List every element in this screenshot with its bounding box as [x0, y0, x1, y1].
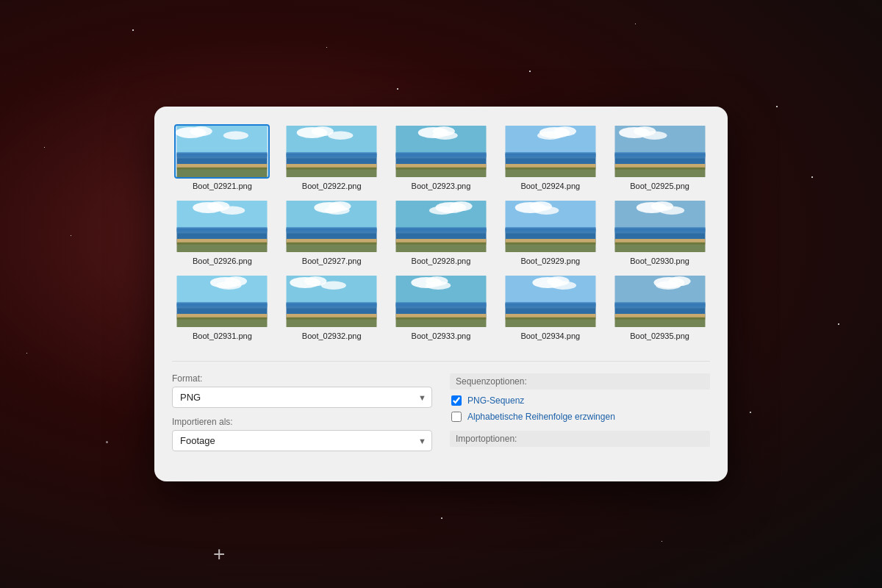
alphabetisch-label[interactable]: Alphabetische Reihenfolge erzwingen [467, 412, 615, 422]
svg-point-13 [328, 132, 353, 140]
svg-rect-128 [395, 318, 486, 327]
svg-rect-75 [395, 227, 486, 232]
thumbnail-item[interactable]: Boot_02929.png [500, 199, 600, 265]
svg-point-23 [433, 132, 458, 140]
svg-rect-5 [177, 152, 268, 157]
svg-rect-105 [177, 302, 268, 306]
thumbnail-item[interactable]: Boot_02930.png [609, 199, 710, 265]
svg-point-133 [551, 282, 576, 290]
svg-rect-107 [177, 306, 268, 309]
svg-point-83 [534, 207, 559, 215]
svg-rect-78 [395, 243, 486, 252]
png-sequenz-label[interactable]: PNG-Sequenz [467, 395, 524, 406]
thumbnail-item[interactable]: Boot_02934.png [500, 274, 600, 340]
importieren-group: Importieren als: Footage ▼ [172, 417, 432, 451]
plus-icon: + [213, 542, 225, 566]
thumbnail-item[interactable]: Boot_02931.png [172, 274, 273, 340]
importieren-select[interactable]: Footage [172, 430, 432, 451]
thumbnail-label: Boot_02934.png [520, 331, 580, 340]
png-sequenz-checkbox[interactable] [451, 395, 462, 406]
svg-rect-27 [395, 157, 486, 159]
thumbnail-label: Boot_02927.png [302, 257, 362, 265]
svg-rect-88 [505, 243, 595, 252]
svg-point-63 [325, 207, 350, 215]
format-select-wrapper: PNG ▼ [172, 387, 432, 408]
thumbnails-grid: Boot_02921.png Boot_02922.png [172, 124, 710, 340]
import-dialog: Boot_02921.png Boot_02922.png [154, 107, 728, 481]
sequenz-header: Sequenzoptionen: [450, 373, 710, 390]
svg-rect-85 [505, 227, 595, 232]
thumbnail-item[interactable]: Boot_02933.png [391, 274, 492, 340]
thumbnail-item[interactable]: Boot_02921.png [172, 124, 273, 190]
svg-rect-25 [395, 152, 486, 157]
svg-point-143 [656, 282, 681, 290]
thumbnail-label: Boot_02925.png [630, 182, 689, 190]
png-sequenz-row: PNG-Sequenz [451, 395, 710, 406]
svg-point-53 [220, 207, 245, 215]
thumbnail-image [393, 199, 489, 254]
svg-rect-147 [614, 306, 705, 309]
svg-point-93 [659, 207, 684, 215]
svg-point-3 [223, 132, 248, 140]
svg-rect-58 [177, 243, 268, 252]
thumbnail-item[interactable]: Boot_02924.png [500, 124, 600, 190]
svg-rect-18 [287, 168, 377, 177]
thumbnail-image [503, 124, 598, 179]
thumbnail-item[interactable]: Boot_02923.png [391, 124, 492, 190]
thumbnail-item[interactable]: Boot_02932.png [282, 274, 382, 340]
svg-rect-117 [287, 306, 377, 309]
format-group: Format: PNG ▼ [172, 373, 432, 408]
svg-point-33 [537, 132, 562, 140]
thumbnail-image [393, 124, 489, 179]
format-label: Format: [172, 373, 432, 384]
thumbnail-item[interactable]: Boot_02922.png [282, 124, 382, 190]
svg-point-113 [321, 282, 346, 290]
thumbnail-image [284, 199, 379, 254]
thumbnail-item[interactable]: Boot_02927.png [282, 199, 382, 265]
thumbnail-image [503, 274, 598, 329]
svg-rect-37 [505, 157, 595, 159]
thumbnail-image [174, 199, 270, 254]
svg-rect-35 [505, 152, 595, 157]
importieren-label: Importieren als: [172, 417, 432, 427]
thumbnail-image [284, 274, 379, 329]
alphabetisch-checkbox[interactable] [451, 412, 462, 422]
svg-rect-127 [395, 306, 486, 309]
svg-rect-38 [505, 168, 595, 177]
svg-rect-108 [177, 318, 268, 327]
left-controls: Format: PNG ▼ Importieren als: Footage ▼ [172, 373, 432, 451]
thumbnail-label: Boot_02932.png [302, 331, 362, 340]
thumbnail-image [612, 199, 708, 254]
svg-rect-145 [614, 302, 705, 306]
thumbnail-label: Boot_02933.png [412, 331, 471, 340]
thumbnail-item[interactable]: Boot_02925.png [609, 124, 710, 190]
svg-rect-97 [614, 232, 705, 234]
svg-rect-57 [177, 232, 268, 234]
svg-point-43 [642, 132, 667, 140]
svg-rect-138 [505, 318, 595, 327]
importoptionen-header: Importoptionen: [450, 431, 710, 447]
svg-rect-28 [395, 168, 486, 177]
format-select[interactable]: PNG [172, 387, 432, 408]
thumbnail-item[interactable]: Boot_02935.png [609, 274, 710, 340]
thumbnail-item[interactable]: Boot_02926.png [172, 199, 273, 265]
svg-rect-98 [614, 243, 705, 252]
right-controls: Sequenzoptionen: PNG-Sequenz Alphabetisc… [450, 373, 710, 451]
thumbnail-image [612, 124, 708, 179]
thumbnail-label: Boot_02921.png [193, 182, 252, 190]
svg-rect-7 [177, 157, 268, 159]
thumbnail-item[interactable]: Boot_02928.png [391, 199, 492, 265]
thumbnail-label: Boot_02930.png [630, 257, 689, 265]
thumbnail-label: Boot_02935.png [630, 331, 689, 340]
svg-rect-17 [287, 157, 377, 159]
svg-rect-148 [614, 318, 705, 327]
svg-rect-77 [395, 232, 486, 234]
svg-rect-135 [505, 302, 595, 306]
thumbnail-label: Boot_02929.png [520, 257, 580, 265]
svg-point-103 [217, 282, 242, 290]
thumbnail-image [174, 124, 270, 179]
svg-rect-137 [505, 306, 595, 309]
svg-rect-8 [177, 168, 268, 177]
thumbnail-image [393, 274, 489, 329]
controls-area: Format: PNG ▼ Importieren als: Footage ▼ [172, 361, 710, 451]
